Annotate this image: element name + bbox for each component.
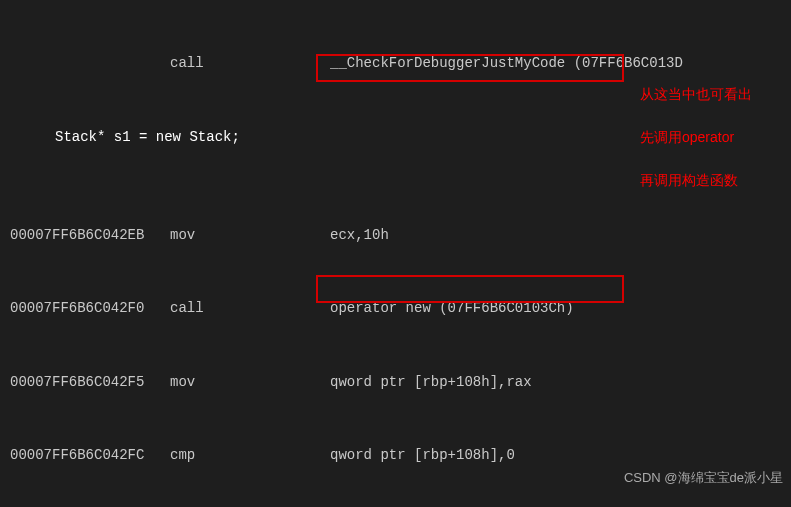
annotation-1: 从这当中也可看出 bbox=[640, 86, 752, 104]
annotation-3: 再调用构造函数 bbox=[640, 172, 738, 190]
asm-row: 00007FF6B6C042FCcmpqword ptr [rbp+108h],… bbox=[10, 443, 791, 468]
asm-row: 00007FF6B6C042F5movqword ptr [rbp+108h],… bbox=[10, 370, 791, 395]
asm-row: 00007FF6B6C042EBmovecx,10h bbox=[10, 223, 791, 248]
annotation-2: 先调用operator bbox=[640, 129, 734, 147]
watermark: CSDN @海绵宝宝de派小星 bbox=[624, 469, 783, 487]
disassembly-view[interactable]: call__CheckForDebuggerJustMyCode (07FF6B… bbox=[0, 0, 791, 507]
asm-row: 00007FF6B6C042F0calloperator new (07FF6B… bbox=[10, 296, 791, 321]
partial-top-line: call__CheckForDebuggerJustMyCode (07FF6B… bbox=[10, 51, 791, 76]
